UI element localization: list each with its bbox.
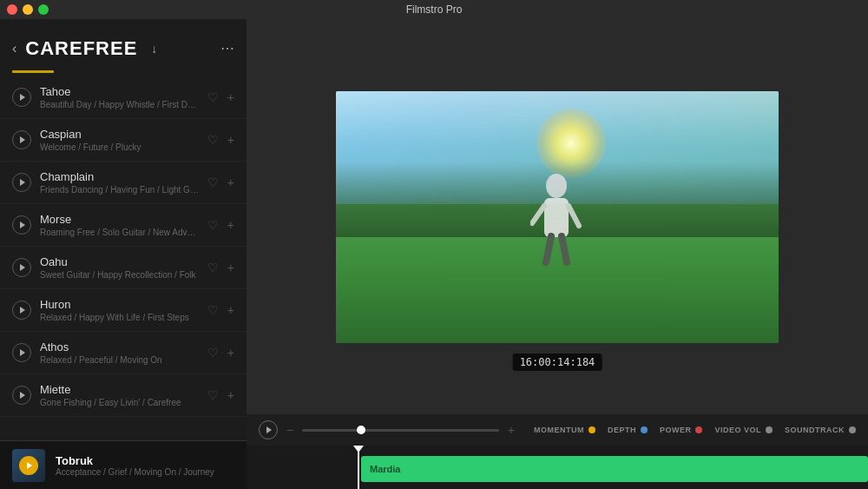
knob-item: DEPTH — [608, 426, 648, 434]
traffic-lights — [7, 4, 49, 15]
add-icon[interactable]: + — [227, 388, 234, 402]
svg-marker-6 — [20, 349, 25, 356]
transport-slider[interactable] — [302, 429, 499, 432]
play-icon — [19, 264, 26, 271]
add-icon[interactable]: + — [227, 90, 234, 104]
track-list: Tahoe Beautiful Day / Happy Whistle / Fi… — [0, 76, 247, 440]
app-container: ‹ CAREFREE ↓ ⋯ Tahoe Beautiful Day / Hap… — [0, 19, 868, 489]
track-play-button[interactable] — [12, 215, 31, 235]
favorite-icon[interactable]: ♡ — [207, 346, 219, 360]
track-play-button[interactable] — [12, 130, 31, 149]
add-icon[interactable]: + — [227, 261, 234, 274]
video-preview — [336, 91, 779, 343]
track-play-button[interactable] — [12, 386, 31, 405]
timeline-track[interactable]: Mardia — [361, 456, 868, 482]
knob-label: MOMENTUM — [534, 426, 584, 434]
track-actions: ♡ + — [207, 388, 234, 402]
transport-slider-thumb[interactable] — [357, 426, 365, 434]
knob-dot[interactable] — [641, 426, 648, 433]
track-item[interactable]: Oahu Sweet Guitar / Happy Recollection /… — [0, 247, 247, 289]
sidebar-title: CAREFREE — [25, 37, 137, 60]
add-icon[interactable]: + — [227, 346, 234, 360]
sidebar-underline — [12, 70, 54, 73]
favorite-icon[interactable]: ♡ — [207, 90, 219, 104]
track-name: Miette — [40, 383, 201, 396]
track-actions: ♡ + — [207, 218, 234, 232]
track-tags: Welcome / Future / Plucky — [40, 142, 201, 152]
track-info: Champlain Friends Dancing / Having Fun /… — [40, 170, 201, 195]
transport-play-button[interactable] — [259, 420, 278, 439]
track-item[interactable]: Huron Relaxed / Happy With Life / First … — [0, 289, 247, 332]
add-icon[interactable]: + — [227, 175, 234, 189]
favorite-icon[interactable]: ♡ — [207, 261, 219, 274]
track-tags: Roaming Free / Solo Guitar / New Adventu… — [40, 228, 201, 237]
track-item[interactable]: Athos Relaxed / Peaceful / Moving On ♡ + — [0, 332, 247, 374]
knob-dot[interactable] — [695, 426, 702, 433]
back-icon[interactable]: ‹ — [12, 41, 16, 56]
favorite-icon[interactable]: ♡ — [207, 303, 219, 317]
knob-dot[interactable] — [766, 426, 773, 433]
svg-point-9 — [546, 174, 567, 198]
video-area: 16:00:14:184 — [247, 19, 868, 414]
svg-marker-2 — [20, 179, 25, 186]
track-tags: Gone Fishing / Easy Livin' / Carefree — [40, 398, 201, 407]
track-name: Caspian — [40, 128, 201, 141]
track-item[interactable]: Caspian Welcome / Future / Plucky ♡ + — [0, 119, 247, 162]
track-play-button[interactable] — [12, 173, 31, 192]
track-play-button[interactable] — [12, 258, 31, 277]
transport-minus-button[interactable]: − — [286, 423, 293, 437]
track-play-button[interactable] — [12, 301, 31, 320]
maximize-button[interactable] — [38, 4, 49, 15]
title-bar: Filmstro Pro — [0, 0, 868, 19]
favorite-icon[interactable]: ♡ — [207, 388, 219, 402]
svg-marker-0 — [20, 94, 25, 101]
track-item[interactable]: Tahoe Beautiful Day / Happy Whistle / Fi… — [0, 76, 247, 119]
now-playing-bar[interactable]: Tobruk Acceptance / Grief / Moving On / … — [0, 440, 247, 489]
knob-label: POWER — [660, 426, 692, 434]
track-actions: ♡ + — [207, 303, 234, 317]
track-item[interactable]: Miette Gone Fishing / Easy Livin' / Care… — [0, 374, 247, 417]
knobs-section: MOMENTUM DEPTH POWER VIDEO VOL SOUNDTRAC… — [534, 426, 856, 434]
svg-line-11 — [532, 206, 544, 223]
grid-icon[interactable]: ⋯ — [220, 40, 234, 56]
add-icon[interactable]: + — [227, 303, 234, 317]
timeline-area: Mardia — [247, 446, 868, 489]
track-tags: Beautiful Day / Happy Whistle / First Da… — [40, 100, 201, 109]
knob-dot[interactable] — [589, 426, 595, 433]
timeline-playhead[interactable] — [358, 446, 359, 489]
add-icon[interactable]: + — [227, 133, 234, 147]
favorite-icon[interactable]: ♡ — [207, 133, 219, 147]
now-playing-play-button[interactable] — [19, 456, 38, 475]
track-play-button[interactable] — [12, 88, 31, 107]
track-tags: Sweet Guitar / Happy Recollection / Folk — [40, 270, 201, 280]
favorite-icon[interactable]: ♡ — [207, 218, 219, 232]
track-name: Champlain — [40, 170, 201, 183]
knob-label: DEPTH — [608, 426, 636, 434]
svg-line-12 — [569, 206, 579, 226]
download-icon[interactable]: ↓ — [151, 42, 157, 56]
now-playing-name: Tobruk — [56, 454, 234, 467]
knob-dot[interactable] — [849, 426, 856, 433]
track-name: Tahoe — [40, 85, 201, 98]
track-item[interactable]: Champlain Friends Dancing / Having Fun /… — [0, 162, 247, 204]
right-panel: 16:00:14:184 − + MOMENTUM DEPTH POWER VI… — [247, 19, 868, 489]
track-info: Miette Gone Fishing / Easy Livin' / Care… — [40, 383, 201, 407]
time-display: 16:00:14:184 — [513, 354, 602, 371]
track-play-button[interactable] — [12, 343, 31, 362]
svg-line-13 — [546, 236, 551, 262]
track-item[interactable]: Morse Roaming Free / Solo Guitar / New A… — [0, 204, 247, 247]
svg-line-14 — [562, 236, 567, 262]
play-icon — [19, 179, 26, 186]
track-name: Morse — [40, 213, 201, 226]
play-icon — [19, 136, 26, 143]
knob-item: POWER — [660, 426, 703, 434]
minimize-button[interactable] — [23, 4, 33, 15]
timeline-track-label: Mardia — [370, 464, 400, 474]
play-icon — [19, 221, 26, 228]
svg-marker-5 — [20, 307, 25, 314]
close-button[interactable] — [7, 4, 17, 15]
track-name: Oahu — [40, 255, 201, 268]
favorite-icon[interactable]: ♡ — [207, 175, 219, 189]
transport-plus-button[interactable]: + — [508, 423, 515, 437]
add-icon[interactable]: + — [227, 218, 234, 232]
